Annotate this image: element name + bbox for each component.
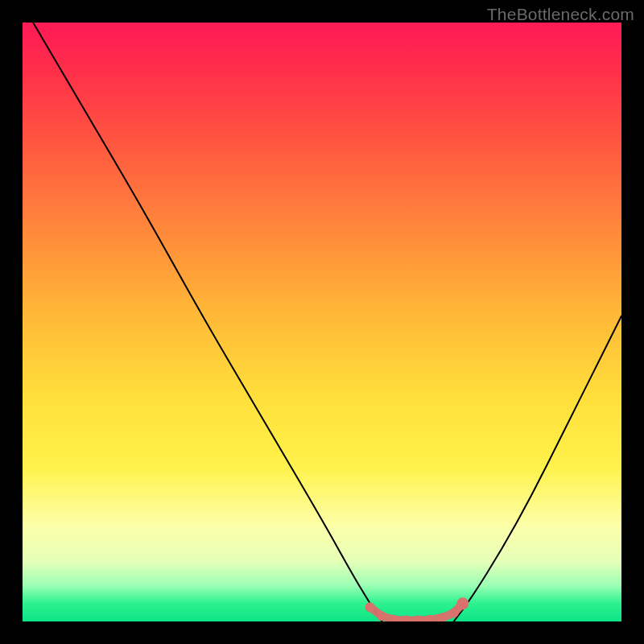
watermark-text: TheBottleneck.com xyxy=(487,5,634,24)
chart-svg xyxy=(23,23,621,621)
chart-frame: TheBottleneck.com xyxy=(0,0,644,644)
chart-plot-area xyxy=(23,23,621,621)
optimal-endpoint xyxy=(456,597,469,609)
curve-left-branch xyxy=(23,23,382,621)
curve-right-branch xyxy=(454,316,621,621)
chart-curves xyxy=(23,23,621,621)
